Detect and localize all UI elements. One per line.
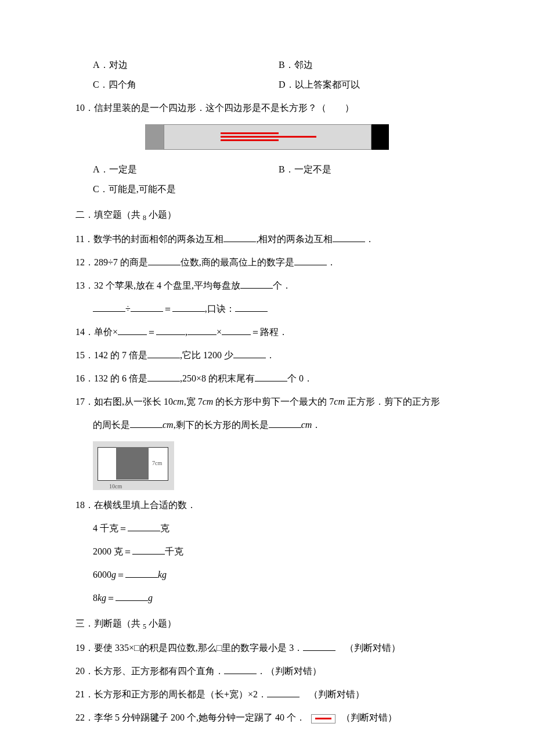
q12-blank2[interactable] (294, 255, 327, 265)
q16-c: 个 0． (287, 373, 313, 383)
q15-b: ,它比 1200 少 (180, 350, 233, 360)
q15-blank1[interactable] (147, 348, 180, 358)
q9-option-b: B．邻边 (279, 58, 464, 72)
q16-blank1[interactable] (147, 372, 180, 381)
q16: 16．132 的 6 倍是,250×8 的积末尾有个 0． (75, 372, 459, 386)
q17-cm5: cm (301, 420, 312, 430)
q10-options-row1: A．一定是 B．一定不是 (75, 163, 459, 177)
q9-options-row1: A．对边 B．邻边 (75, 58, 459, 72)
q18-blank3[interactable] (125, 568, 158, 578)
q18-blank2[interactable] (132, 545, 165, 555)
q11-b: ,相对的两条边互相 (256, 234, 333, 244)
q13-blank1[interactable] (240, 279, 273, 289)
q17-d: 正方形．剪下的正方形 (345, 397, 440, 406)
section3-title: 三．判断题（共 5 小题） (75, 617, 459, 632)
q17-f: ,剩下的长方形的周长是 (174, 420, 269, 430)
q18-l3kg: kg (158, 570, 167, 579)
q17-cm4: cm (163, 420, 174, 430)
q18-l3a: 6000 (93, 570, 111, 579)
q16-b: ,250×8 的积末尾有 (180, 373, 255, 383)
q18-l2: 2000 克＝千克 (75, 545, 459, 559)
q12-c: ． (327, 257, 336, 267)
q18-stem: 18．在横线里填上合适的数． (75, 498, 459, 512)
q16-a: 16．132 的 6 倍是 (75, 373, 147, 383)
q14-blank4[interactable] (222, 325, 251, 335)
q20-b: ．（判断对错） (257, 666, 322, 676)
q17-blank2[interactable] (269, 418, 301, 428)
q14-a: 14．单价× (75, 327, 118, 337)
q18-l4: 8kg＝g (75, 591, 459, 605)
q17-fig-7cm: 7cm (152, 459, 162, 467)
q13-blank4[interactable] (172, 302, 205, 312)
q13-b: 个． (273, 280, 291, 290)
q18-l2a: 2000 克＝ (93, 546, 132, 556)
q19-blank[interactable] (303, 641, 335, 651)
q17-fig-10cm: 10cm (109, 482, 122, 491)
q18-l3g: g (111, 570, 116, 579)
q13-c3: ,口诀： (205, 304, 235, 314)
q10-stem: 10．信封里装的是一个四边形．这个四边形是不是长方形？（ ） (75, 101, 459, 115)
q12: 12．289÷7 的商是位数,商的最高位上的数字是． (75, 255, 459, 269)
q18-l4kg: kg (98, 593, 106, 603)
q15-blank2[interactable] (233, 348, 266, 358)
q19: 19．要使 335×□的积是四位数,那么□里的数字最小是 3． （判断对错） (75, 641, 459, 655)
q20-a: 20．长方形、正方形都有四个直角． (75, 666, 224, 676)
q19-tf: （判断对错） (345, 643, 400, 653)
q22: 22．李华 5 分钟踢毽子 200 个,她每分钟一定踢了 40 个． （判断对错… (75, 711, 459, 725)
q10-options-row2: C．可能是,可能不是 (75, 182, 459, 196)
q18-l1b: 克 (160, 523, 169, 533)
q18-l4g: g (148, 593, 153, 603)
q18-blank1[interactable] (128, 521, 160, 531)
q14-d: × (217, 327, 222, 337)
q14-blank1[interactable] (118, 325, 147, 335)
q17-b: ,宽 7 (184, 397, 203, 406)
q11-blank2[interactable] (333, 232, 365, 242)
q19-a: 19．要使 335×□的积是四位数,那么□里的数字最小是 3． (75, 643, 303, 653)
section2-title: 二．填空题（共 8 小题） (75, 208, 459, 223)
q17-cm3: cm (334, 397, 345, 406)
q11: 11．数学书的封面相邻的两条边互相,相对的两条边互相． (75, 232, 459, 246)
q12-blank1[interactable] (148, 255, 181, 265)
q21-a: 21．长方形和正方形的周长都是（长+宽）×2． (75, 689, 267, 699)
q9-option-d: D．以上答案都可以 (279, 78, 464, 92)
q18-l3: 6000g＝kg (75, 568, 459, 582)
q21-blank[interactable] (267, 687, 300, 697)
q18-l4eq: ＝ (106, 593, 116, 603)
q13-c1: ÷ (125, 304, 131, 314)
q14-blank2[interactable] (156, 325, 185, 335)
q17-g: ． (312, 420, 321, 430)
q16-blank2[interactable] (255, 372, 287, 381)
q13-blank2[interactable] (93, 302, 125, 312)
q20-blank[interactable] (224, 664, 257, 674)
q9-option-a: A．对边 (93, 58, 279, 72)
q18-l3eq: ＝ (116, 570, 125, 579)
q11-a: 11．数学书的封面相邻的两条边互相 (75, 234, 223, 244)
q10-option-a: A．一定是 (93, 163, 279, 177)
q14: 14．单价×＝,×＝路程． (75, 325, 459, 339)
q17-e: 的周长是 (93, 420, 130, 430)
q12-b: 位数,商的最高位上的数字是 (181, 257, 294, 267)
q17-cm1: cm (173, 397, 184, 406)
q12-a: 12．289÷7 的商是 (75, 257, 148, 267)
q11-c: ． (365, 234, 374, 244)
q22-figure-icon (311, 714, 335, 723)
q18-l2b: 千克 (165, 546, 183, 556)
q13-blank3[interactable] (131, 302, 163, 312)
q15: 15．142 的 7 倍是,它比 1200 少． (75, 348, 459, 362)
q13-a: 13．32 个苹果,放在 4 个盘里,平均每盘放 (75, 280, 240, 290)
section3-title-b: 小题） (146, 618, 176, 628)
q13-blank5[interactable] (235, 302, 268, 312)
q17-line1: 17．如右图,从一张长 10cm,宽 7cm 的长方形中剪下一个最大的 7cm … (75, 395, 459, 409)
q11-blank1[interactable] (223, 232, 256, 242)
q21: 21．长方形和正方形的周长都是（长+宽）×2． （判断对错） (75, 687, 459, 701)
q14-blank3[interactable] (187, 325, 217, 335)
section3-title-a: 三．判断题（共 (75, 618, 143, 628)
q18-blank4[interactable] (116, 591, 148, 601)
q17-blank1[interactable] (130, 418, 163, 428)
q10-option-c: C．可能是,可能不是 (93, 182, 279, 196)
section2-title-b: 小题） (146, 210, 176, 219)
q22-a: 22．李华 5 分钟踢毽子 200 个,她每分钟一定踢了 40 个． (75, 712, 305, 722)
q21-tf: （判断对错） (309, 689, 365, 699)
q17-c: 的长方形中剪下一个最大的 7 (213, 397, 334, 406)
q18-l4a: 8 (93, 593, 98, 603)
